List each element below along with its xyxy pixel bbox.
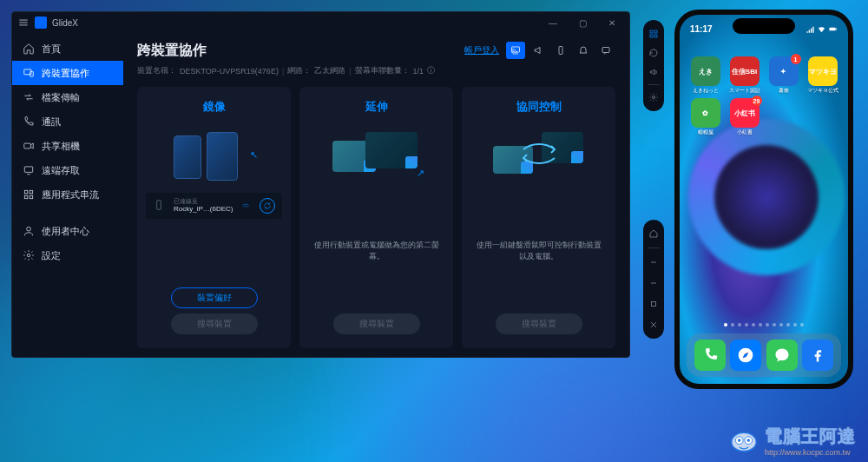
card-unify: 協同控制 使用一組鍵盤滑鼠即可控制行動裝置以及電腦。 搜尋裝置: [462, 87, 615, 348]
sidebar-item-home[interactable]: 首頁: [12, 36, 123, 61]
sidebar-item-label: 首頁: [42, 43, 61, 56]
dock-app-messages[interactable]: [766, 340, 798, 371]
sidebar-item-filetransfer[interactable]: 檔案傳輸: [12, 85, 123, 109]
svg-rect-21: [836, 28, 837, 30]
mirror-illustration: ↖: [167, 123, 262, 184]
info-icon[interactable]: ⓘ: [427, 65, 435, 76]
announce-icon[interactable]: [529, 42, 548, 59]
card-desc: 使用行動裝置或電腦做為您的第二螢幕。: [308, 193, 444, 308]
gear-icon: [23, 249, 35, 261]
sidebar: 首頁 跨裝置協作 檔案傳輸 通訊 共享相機 遠端存取: [12, 33, 123, 357]
notch: [733, 18, 795, 34]
phone-app[interactable]: ✦1 薯條: [766, 56, 800, 95]
settings-icon[interactable]: [645, 89, 662, 106]
rotate-icon[interactable]: [645, 44, 662, 62]
sidebar-item-appstream[interactable]: 應用程式串流: [12, 182, 123, 207]
user-icon: [23, 225, 35, 237]
watermark-mascot-icon: [728, 428, 760, 454]
window-title: GlideX: [52, 18, 78, 28]
feedback-icon[interactable]: [596, 42, 615, 59]
transfer-icon: [23, 91, 35, 103]
dash-icon[interactable]: [645, 254, 662, 271]
phone-app[interactable]: 小红书29 小紅書: [727, 98, 761, 136]
svg-rect-19: [652, 302, 656, 307]
floating-toolbar-bottom: [643, 220, 664, 339]
close-nav-icon[interactable]: [645, 316, 662, 333]
sidebar-item-camera[interactable]: 共享相機: [12, 134, 123, 158]
dock-app-phone[interactable]: [694, 340, 726, 371]
device-info-row: 裝置名稱：DESKTOP-UVPSR19(476E) | 網路：乙太網路 | 螢…: [137, 65, 615, 76]
card-mirror: 鏡像 ↖ 已連線至 Rocky_iP…(6DEC): [137, 87, 291, 348]
maximize-button[interactable]: ▢: [570, 14, 595, 31]
connected-device-chip[interactable]: 已連線至 Rocky_iP…(6DEC): [146, 193, 282, 219]
card-desc: 使用一組鍵盤滑鼠即可控制行動裝置以及電腦。: [470, 193, 607, 308]
watermark-title: 電腦王阿達: [765, 425, 856, 448]
sidebar-item-label: 共享相機: [42, 140, 80, 153]
minimize-button[interactable]: —: [541, 14, 565, 31]
home-nav-icon[interactable]: [645, 225, 662, 242]
card-title: 延伸: [365, 99, 388, 115]
phone-frame: 11:17 えき えきねっと 住信SBI スマート認証 ✦1 薯條 マツキヨ マ…: [674, 10, 853, 389]
svg-rect-15: [654, 30, 657, 33]
sidebar-item-label: 檔案傳輸: [42, 91, 80, 104]
sidebar-item-communication[interactable]: 通訊: [12, 109, 123, 134]
mobile-icon[interactable]: [551, 42, 570, 59]
wifi-status-icon: [817, 24, 826, 34]
search-device-button[interactable]: 搜尋裝置: [333, 314, 420, 334]
main-content: 跨裝置協作 帳戶登入 裝置名稱：DESKTOP-UVPSR19(476E) | …: [123, 33, 629, 357]
phone-dock: [687, 333, 841, 377]
card-title: 鏡像: [203, 99, 226, 115]
svg-rect-17: [654, 35, 657, 37]
svg-rect-10: [512, 47, 520, 52]
sidebar-item-usercenter[interactable]: 使用者中心: [12, 219, 123, 243]
phone-icon: [23, 116, 35, 128]
svg-rect-20: [829, 27, 835, 30]
svg-point-9: [27, 254, 30, 257]
extend-illustration: ↗: [329, 123, 424, 184]
glidex-window: GlideX — ▢ ✕ 首頁 跨裝置協作 檔案傳輸 通訊: [11, 11, 630, 358]
bell-icon[interactable]: [574, 42, 593, 59]
camera-icon: [23, 140, 35, 152]
titlebar: GlideX — ▢ ✕: [12, 12, 629, 33]
sidebar-item-crossdevice[interactable]: 跨裝置協作: [12, 61, 123, 85]
sync-icon[interactable]: [260, 198, 275, 214]
sidebar-item-label: 遠端存取: [42, 164, 80, 177]
device-preference-button[interactable]: 裝置偏好: [171, 287, 258, 308]
phone-app[interactable]: 住信SBI スマート認証: [727, 56, 761, 95]
search-device-button[interactable]: 搜尋裝置: [496, 314, 582, 334]
sidebar-item-remote[interactable]: 遠端存取: [12, 158, 123, 182]
svg-rect-1: [30, 71, 34, 76]
account-login-link[interactable]: 帳戶登入: [464, 44, 499, 56]
svg-point-8: [27, 227, 31, 231]
svg-rect-7: [30, 195, 33, 199]
hamburger-icon[interactable]: [17, 16, 30, 29]
layout-icon[interactable]: [645, 25, 662, 43]
chip-label: 已連線至: [174, 198, 235, 205]
search-device-button[interactable]: 搜尋裝置: [171, 314, 258, 334]
square-nav-icon[interactable]: [645, 295, 662, 313]
svg-point-26: [738, 439, 741, 442]
volume-icon[interactable]: [645, 63, 662, 81]
sidebar-item-settings[interactable]: 設定: [12, 243, 123, 267]
phone-app[interactable]: えき えきねっと: [688, 56, 722, 95]
svg-rect-2: [24, 143, 31, 148]
remote-icon: [23, 164, 35, 176]
cast-icon[interactable]: [506, 42, 525, 59]
wifi-icon: [240, 201, 251, 211]
dock-app-safari[interactable]: [730, 340, 761, 371]
dash2-icon[interactable]: [645, 274, 662, 292]
svg-point-27: [747, 439, 751, 442]
devices-icon: [23, 67, 35, 79]
svg-rect-6: [24, 195, 28, 199]
dock-app-facebook[interactable]: [802, 340, 833, 371]
status-time: 11:17: [690, 24, 713, 34]
sidebar-item-label: 使用者中心: [42, 225, 89, 238]
phone-app[interactable]: ✿ 糖糖屋: [688, 98, 722, 136]
card-title: 協同控制: [516, 99, 562, 115]
card-extend: 延伸 ↗ 使用行動裝置或電腦做為您的第二螢幕。 搜尋裝置: [299, 87, 453, 348]
sidebar-item-label: 應用程式串流: [42, 188, 99, 201]
phone-app-grid: えき えきねっと 住信SBI スマート認証 ✦1 薯條 マツキヨ マツキヨ公式 …: [688, 56, 839, 136]
close-button[interactable]: ✕: [600, 14, 624, 31]
sidebar-item-label: 設定: [42, 249, 61, 262]
phone-app[interactable]: マツキヨ マツキヨ公式: [806, 56, 839, 95]
